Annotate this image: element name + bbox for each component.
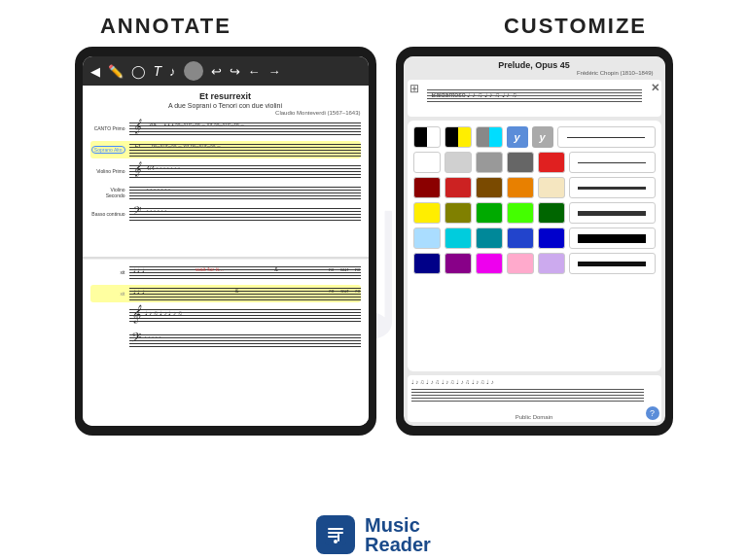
help-button[interactable]: ? bbox=[646, 406, 659, 420]
logo-reader: Reader bbox=[365, 535, 431, 554]
staff-lines-canto: 𝄞 3/4 • • • re–sur–re – xit re–sur–re – bbox=[129, 120, 361, 137]
color-selector[interactable] bbox=[184, 61, 203, 81]
color-purple[interactable] bbox=[445, 253, 472, 274]
color-black-yellow[interactable] bbox=[445, 126, 472, 148]
palette-row-3 bbox=[413, 177, 656, 198]
bottom-lines-3: 𝄞 ♩ ♪ ♫ ♩ ♪ ♩ ♪ ♫ bbox=[129, 306, 361, 328]
customize-title: CUSTOMIZE bbox=[504, 14, 647, 39]
line-swatch-3[interactable] bbox=[569, 177, 656, 198]
color-yellow[interactable] bbox=[413, 202, 441, 224]
color-lightgray[interactable] bbox=[445, 152, 472, 173]
color-brown[interactable] bbox=[476, 177, 503, 198]
score-composer: Claudio Monteverdi (1567–1643) bbox=[90, 110, 361, 116]
arrow-right-btn[interactable]: → bbox=[268, 64, 281, 79]
tablets-container: ◀ ✏️ ◯ T ♪ ↩ ↪ ← → Et resurrexit A due S… bbox=[0, 47, 747, 436]
bottom-lines-2: ♩ ♩ ♩ & re – sur – re bbox=[129, 285, 361, 302]
redo-btn[interactable]: ↪ bbox=[230, 64, 240, 79]
customize-bottom-score: ♩ ♪ ♫ ♩ ♪ ♫ ♩ ♪ ♫ ♩ ♪ ♫ ♩ ♪ ♫ ♩ ♪ Public… bbox=[408, 375, 661, 422]
staff-row-violino2: Violino Secondo • • • • • • • bbox=[90, 184, 361, 201]
palette-row-1: y y bbox=[413, 126, 656, 148]
customize-score-header: Prelude, Opus 45 Frédéric Chopin (1810–1… bbox=[404, 56, 665, 80]
customize-score-title: Prelude, Opus 45 bbox=[411, 60, 658, 70]
color-darkgreen[interactable] bbox=[538, 202, 565, 224]
line-swatch-6[interactable] bbox=[569, 253, 656, 274]
bottom-label-2: xit bbox=[90, 291, 129, 297]
color-darkred[interactable] bbox=[413, 177, 441, 198]
y-btn-gray[interactable]: y bbox=[532, 126, 553, 148]
y-btn-blue[interactable]: y bbox=[507, 126, 528, 148]
staff-lines-soprano: Et re–sur–re – xit re–sur–re – bbox=[129, 141, 361, 158]
customize-score-composer: Frédéric Chopin (1810–1849) bbox=[411, 70, 658, 76]
undo-btn[interactable]: ↩ bbox=[211, 64, 222, 79]
line-swatch-1[interactable] bbox=[557, 126, 656, 148]
color-palette: y y bbox=[408, 121, 661, 371]
app-footer: Music Reader bbox=[316, 508, 431, 560]
bottom-staff-4: 𝄢 • • • • • bbox=[90, 332, 361, 353]
bottom-staff-3: 𝄞 ♩ ♪ ♫ ♩ ♪ ♩ ♪ ♫ bbox=[90, 306, 361, 328]
text-icon[interactable]: T bbox=[154, 63, 162, 79]
staff-row-violino1: Violino Primo 𝄞 4/4 • • • • • • • bbox=[90, 162, 361, 180]
color-cyan[interactable] bbox=[445, 228, 472, 249]
bottom-lines-1: ♩ ♩ ♩ wait for it... & re – sur – re bbox=[129, 263, 361, 281]
customize-tablet: Prelude, Opus 45 Frédéric Chopin (1810–1… bbox=[396, 47, 673, 436]
color-magenta[interactable] bbox=[476, 253, 503, 274]
color-gray-cyan[interactable] bbox=[476, 126, 503, 148]
staff-label-soprano: Soprano Alto bbox=[90, 147, 129, 154]
color-black-white[interactable] bbox=[413, 126, 441, 148]
color-olive[interactable] bbox=[445, 202, 472, 224]
palette-row-6 bbox=[413, 253, 656, 274]
note-icon[interactable]: ♪ bbox=[169, 64, 176, 79]
color-green[interactable] bbox=[476, 202, 503, 224]
staff-label-canto: CANTO Primo bbox=[90, 125, 129, 131]
color-red[interactable] bbox=[538, 152, 565, 173]
svg-rect-4 bbox=[338, 534, 339, 542]
line-swatch-5[interactable] bbox=[569, 228, 656, 249]
svg-rect-1 bbox=[328, 528, 343, 530]
color-white[interactable] bbox=[413, 152, 441, 173]
staff-lines-violino1: 𝄞 4/4 • • • • • • • bbox=[129, 162, 361, 180]
color-lightblue[interactable] bbox=[413, 228, 441, 249]
bottom-staff-2: xit ♩ ♩ ♩ & re – sur – re bbox=[90, 285, 361, 302]
app-header: ANNOTATE CUSTOMIZE bbox=[0, 0, 747, 47]
customize-top-score: ⊞ Baldantoso ♩ ♪ ♫ ♩ ♪ ♫ ♩ ♪ ♫ ✕ bbox=[408, 80, 661, 117]
color-orange[interactable] bbox=[507, 177, 534, 198]
logo-svg bbox=[322, 521, 349, 548]
back-btn[interactable]: ◀ bbox=[90, 64, 100, 79]
staff-row-soprano: Soprano Alto Et re–sur–re – xit re–sur–r… bbox=[90, 141, 361, 158]
svg-rect-3 bbox=[328, 536, 338, 538]
pencil-icon[interactable]: ✏️ bbox=[108, 64, 124, 79]
palette-row-4 bbox=[413, 202, 656, 224]
color-teal[interactable] bbox=[476, 228, 503, 249]
bottom-staff-1: xit ♩ ♩ ♩ wait for it... & re – sur – re bbox=[90, 263, 361, 281]
color-blue[interactable] bbox=[507, 228, 534, 249]
annotate-tablet: ◀ ✏️ ◯ T ♪ ↩ ↪ ← → Et resurrexit A due S… bbox=[75, 47, 376, 436]
arrow-left-btn[interactable]: ← bbox=[248, 64, 261, 79]
color-lavender[interactable] bbox=[538, 253, 565, 274]
close-btn[interactable]: ✕ bbox=[651, 82, 659, 94]
line-swatch-4[interactable] bbox=[569, 202, 656, 224]
staff-lines-violino2: • • • • • • • bbox=[129, 184, 361, 201]
color-darkgray[interactable] bbox=[507, 152, 534, 173]
annotation-toolbar[interactable]: ◀ ✏️ ◯ T ♪ ↩ ↪ ← → bbox=[83, 56, 369, 86]
logo-icon bbox=[316, 515, 355, 554]
svg-rect-2 bbox=[328, 532, 343, 534]
logo-music: Music bbox=[365, 515, 431, 535]
color-cream[interactable] bbox=[538, 177, 565, 198]
highlighter-icon[interactable]: ◯ bbox=[131, 64, 146, 79]
color-pink[interactable] bbox=[507, 253, 534, 274]
palette-row-2 bbox=[413, 152, 656, 173]
color-darkblue[interactable] bbox=[538, 228, 565, 249]
color-navy[interactable] bbox=[413, 253, 441, 274]
svg-point-5 bbox=[334, 540, 338, 543]
bottom-label-1: xit bbox=[90, 269, 129, 275]
color-crimson[interactable] bbox=[445, 177, 472, 198]
color-lime[interactable] bbox=[507, 202, 534, 224]
score-area-bottom: xit ♩ ♩ ♩ wait for it... & re – sur – re bbox=[83, 259, 369, 427]
staff-row-canto: CANTO Primo 𝄞 3/4 • • • re–sur–re – xit … bbox=[90, 120, 361, 137]
customize-screen: Prelude, Opus 45 Frédéric Chopin (1810–1… bbox=[404, 56, 665, 426]
bottom-lines-4: 𝄢 • • • • • bbox=[129, 332, 361, 353]
palette-row-5 bbox=[413, 228, 656, 249]
grid-icon[interactable]: ⊞ bbox=[409, 82, 419, 95]
line-swatch-2[interactable] bbox=[569, 152, 656, 173]
color-gray[interactable] bbox=[476, 152, 503, 173]
